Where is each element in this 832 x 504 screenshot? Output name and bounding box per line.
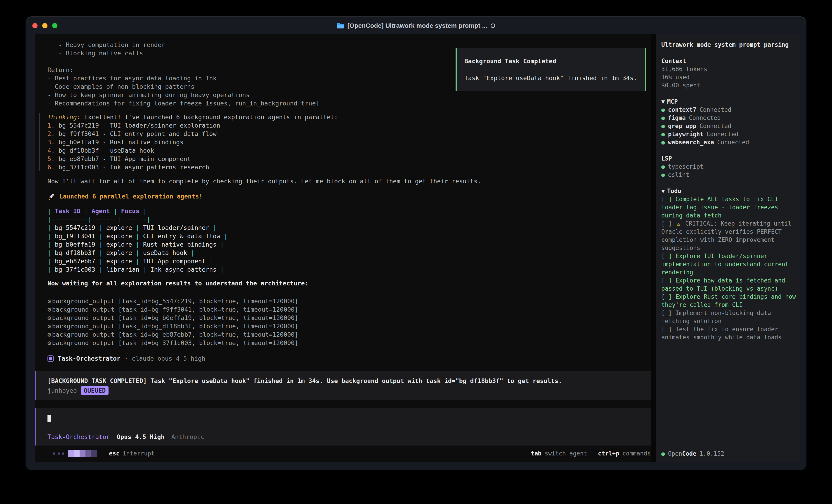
table-row: | bg_37f1c003 | librarian | Ink async pa… xyxy=(48,265,651,274)
table-row: | bg_eb87ebb7 | explore | TUI App compon… xyxy=(48,257,651,265)
thinking-label: Thinking: xyxy=(48,114,80,120)
thinking-item: 5. bg_eb87ebb7 - TUI App main component xyxy=(48,155,651,163)
text-cursor xyxy=(48,415,51,422)
collapse-triangle-icon[interactable]: ▼ xyxy=(661,188,665,194)
notification-title: Background Task Completed xyxy=(464,57,645,65)
lsp-heading: LSP xyxy=(661,155,796,163)
status-dot-icon: ● xyxy=(661,171,665,178)
table-row: | Task ID | Agent | Focus | xyxy=(48,207,651,215)
hint-switch-agent: tab switch agent xyxy=(531,449,587,458)
prompt-input[interactable]: Task-Orchestrator Opus 4.5 High Anthropi… xyxy=(35,408,651,446)
folder-icon xyxy=(337,23,344,29)
app-window: [OpenCode] Ultrawork mode system prompt … xyxy=(26,17,806,470)
todo-item: [ ] Implement non-blocking data fetching… xyxy=(661,309,796,325)
status-ring-icon xyxy=(491,24,495,28)
task-table: | Task ID | Agent | Focus ||----------|-… xyxy=(48,207,651,274)
thinking-list: 1. bg_5547c219 - TUI loader/spinner expl… xyxy=(48,121,651,171)
sidebar: Ultrawork mode system prompt parsing Con… xyxy=(656,34,800,462)
lsp-section: LSP ●typescript●eslint xyxy=(661,155,796,179)
agent-line: Task-Orchestrator · claude-opus-4-5-high xyxy=(48,354,651,363)
status-left: esc interrupt xyxy=(53,449,155,458)
table-row: | bg_f9ff3041 | explore | CLI entry & da… xyxy=(48,232,651,240)
hint-interrupt: esc interrupt xyxy=(109,449,155,458)
status-dot-icon: ● xyxy=(661,139,665,146)
todo-item: [ ] Test the fix to ensure loader animat… xyxy=(661,325,796,341)
thinking-item: 2. bg_f9ff3041 - CLI entry point and dat… xyxy=(48,130,651,138)
status-dot-icon: ● xyxy=(661,106,665,113)
agent-model: · claude-opus-4-5-high xyxy=(124,354,205,363)
queued-badge: QUEUED xyxy=(81,386,108,395)
context-stat: 31,686 tokens xyxy=(661,65,796,73)
version-line: ●OpenCode1.0.152 xyxy=(661,450,796,458)
collapse-triangle-icon[interactable]: ▼ xyxy=(661,98,665,105)
mcp-item: ●context7Connected xyxy=(661,106,796,114)
input-footer: Task-Orchestrator Opus 4.5 High Anthropi… xyxy=(48,432,204,441)
todo-item: [ ] Explore TUI loader/spinner implement… xyxy=(661,252,796,276)
waiting-line: Now waiting for all exploration results … xyxy=(48,279,651,287)
status-dot-icon: ● xyxy=(661,163,665,170)
mcp-item: ●playwrightConnected xyxy=(661,130,796,138)
launch-banner: Launched 6 parallel exploration agents! xyxy=(48,192,651,200)
thinking-item: 6. bg_37f1c003 - Ink async patterns rese… xyxy=(48,163,651,171)
todo-item: [ ] ⚠ CRITICAL: Keep iterating until Ora… xyxy=(661,220,796,252)
todo-item: [ ] Explore how data is fetched and pass… xyxy=(661,276,796,292)
context-stat: 16% used xyxy=(661,73,796,81)
table-row: | bg_b0effa19 | explore | Rust native bi… xyxy=(48,240,651,249)
lsp-item: ●eslint xyxy=(661,171,796,179)
rocket-icon xyxy=(48,192,56,200)
window-title: [OpenCode] Ultrawork mode system prompt … xyxy=(337,22,495,29)
traffic-lights xyxy=(32,17,57,34)
spinner-bar-icon xyxy=(68,450,97,457)
terminal-main: - Heavy computation in render - Blocking… xyxy=(35,34,651,462)
hint-commands: ctrl+p commands xyxy=(598,449,651,458)
thinking-intro: Thinking: Excellent! I've launched 6 bac… xyxy=(48,113,651,121)
agent-icon xyxy=(48,356,54,362)
input-agent: Task-Orchestrator xyxy=(48,432,110,441)
context-heading: Context xyxy=(661,57,796,65)
desktop: [OpenCode] Ultrawork mode system prompt … xyxy=(0,0,832,504)
status-dot-icon: ● xyxy=(661,122,665,130)
lsp-item: ●typescript xyxy=(661,163,796,171)
todo-section: ▼Todo [ ] Complete ALL tasks to fix CLI … xyxy=(661,187,796,341)
titlebar: [OpenCode] Ultrawork mode system prompt … xyxy=(26,17,806,34)
status-dot-icon: ● xyxy=(661,131,665,138)
background-task-text: [BACKGROUND TASK COMPLETED] Task "Explor… xyxy=(48,376,644,385)
toast-notification[interactable]: Background Task Completed Task "Explore … xyxy=(456,48,646,91)
tool-call-line: ⚙background_output [task_id=bg_37f1c003,… xyxy=(48,339,651,347)
status-right: tab switch agent ctrl+p commands xyxy=(531,449,651,458)
mcp-item: ●websearch_exaConnected xyxy=(661,138,796,146)
spinner-dots-icon xyxy=(53,452,64,454)
gear-icon: ⚙ xyxy=(48,339,51,346)
minimize-button[interactable] xyxy=(42,23,48,28)
todo-item: [ ] Explore Rust core bindings and how t… xyxy=(661,292,796,309)
notification-body: Task "Explore useData hook" finished in … xyxy=(464,74,645,82)
close-button[interactable] xyxy=(32,23,37,28)
gear-icon: ⚙ xyxy=(48,331,51,338)
zoom-button[interactable] xyxy=(52,23,57,28)
launch-banner-text: Launched 6 parallel exploration agents! xyxy=(59,192,203,200)
mcp-section: ▼MCP ●context7Connected●figmaConnected●g… xyxy=(661,97,796,146)
mcp-list: ●context7Connected●figmaConnected●grep_a… xyxy=(661,106,796,146)
wait-note: Now I'll wait for all of them to complet… xyxy=(48,177,651,186)
tool-call-list: ⚙background_output [task_id=bg_5547c219,… xyxy=(48,297,651,347)
lsp-list: ●typescript●eslint xyxy=(661,163,796,179)
context-stat: $0.00 spent xyxy=(661,81,796,89)
table-row: | bg_df18bb3f | explore | useData hook | xyxy=(48,249,651,257)
todo-list: [ ] Complete ALL tasks to fix CLI loader… xyxy=(661,195,796,341)
table-row: | bg_5547c219 | explore | TUI loader/spi… xyxy=(48,224,651,232)
tool-call-line: ⚙background_output [task_id=bg_eb87ebb7,… xyxy=(48,330,651,339)
tool-call-line: ⚙background_output [task_id=bg_df18bb3f,… xyxy=(48,322,651,330)
tool-call-line: ⚙background_output [task_id=bg_b0effa19,… xyxy=(48,314,651,322)
status-bar: esc interrupt tab switch agent ctrl+p co… xyxy=(48,448,651,458)
gear-icon: ⚙ xyxy=(48,306,51,313)
message-meta: junhoyeo QUEUED xyxy=(48,386,644,395)
gear-icon: ⚙ xyxy=(48,298,51,305)
background-task-message: [BACKGROUND TASK COMPLETED] Task "Explor… xyxy=(35,371,651,400)
todo-item: [ ] Complete ALL tasks to fix CLI loader… xyxy=(661,195,796,220)
gear-icon: ⚙ xyxy=(48,314,51,321)
message-user: junhoyeo xyxy=(48,386,77,395)
tool-call-line: ⚙background_output [task_id=bg_f9ff3041,… xyxy=(48,305,651,314)
tool-call-line: ⚙background_output [task_id=bg_5547c219,… xyxy=(48,297,651,305)
mcp-item: ●figmaConnected xyxy=(661,114,796,122)
agent-name: Task-Orchestrator xyxy=(58,354,120,363)
